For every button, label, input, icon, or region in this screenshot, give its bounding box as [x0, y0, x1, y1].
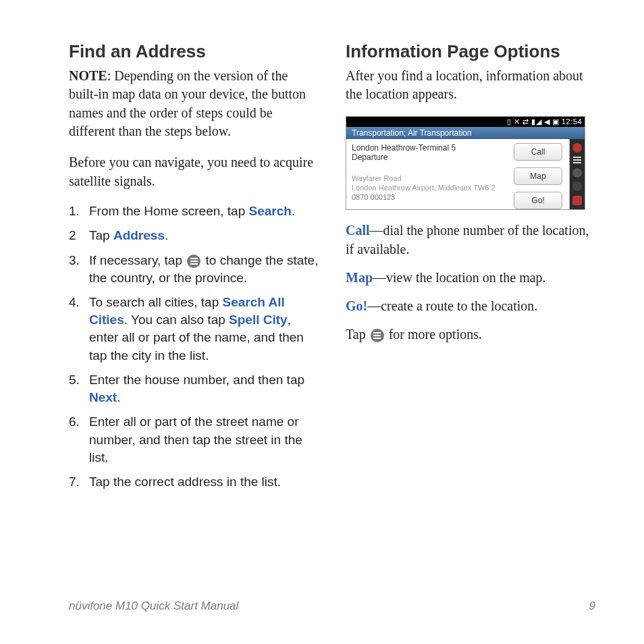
sidebar-windows-icon[interactable] [572, 196, 582, 205]
keyword-search: Search [249, 204, 292, 218]
steps-list: From the Home screen, tap Search. Tap Ad… [69, 203, 319, 491]
intro-paragraph: After you find a location, information a… [346, 67, 595, 104]
keyword-spell-city: Spell City [229, 313, 288, 327]
breadcrumb-bar: Transportation; Air Transportation [346, 127, 585, 139]
step-5: Enter the house number, and then tap Nex… [69, 371, 319, 406]
device-screenshot: ▯ ✕ ⇄ ▮◢ ◀ ▣ 12:54 Transportation; Air T… [346, 116, 585, 210]
step-1: From the Home screen, tap Search. [69, 203, 319, 220]
keyword-next: Next [89, 390, 117, 404]
sidebar-icon-3[interactable] [572, 182, 582, 191]
step-4: To search all cities, tap Search All Cit… [69, 294, 319, 365]
map-button[interactable]: Map [514, 167, 562, 185]
term-go: Go! [346, 298, 367, 313]
status-icons: ▯ ✕ ⇄ ▮◢ ◀ ▣ [507, 117, 562, 126]
step-3: If necessary, tap to change the state, t… [69, 252, 319, 287]
paragraph-satellite: Before you can navigate, you need to acq… [69, 153, 319, 190]
def-map: Map—view the location on the map. [346, 268, 595, 287]
menu-icon [371, 329, 384, 342]
footer-title: nüvifone M10 Quick Start Manual [69, 599, 238, 613]
call-button[interactable]: Call [514, 143, 562, 161]
page-footer: nüvifone M10 Quick Start Manual 9 [69, 599, 595, 613]
note-lead: NOTE [69, 68, 107, 83]
status-bar: ▯ ✕ ⇄ ▮◢ ◀ ▣ 12:54 [346, 117, 585, 127]
status-time: 12:54 [562, 117, 582, 126]
term-call: Call [346, 223, 370, 238]
sidebar-menu-icon[interactable] [573, 157, 581, 163]
footer-page-number: 9 [589, 599, 595, 613]
sidebar-icon-1[interactable] [572, 143, 582, 153]
heading-find-address: Find an Address [69, 42, 319, 61]
side-toolbar [570, 139, 585, 209]
note-paragraph: NOTE: Depending on the version of the bu… [69, 67, 319, 141]
def-call: Call—dial the phone number of the locati… [346, 221, 595, 259]
step-2: Tap Address. [69, 227, 319, 244]
definitions: Call—dial the phone number of the locati… [346, 221, 595, 344]
go-button[interactable]: Go! [514, 192, 562, 209]
sidebar-icon-2[interactable] [572, 168, 582, 178]
keyword-address: Address [113, 228, 165, 242]
tap-more: Tap for more options. [346, 325, 595, 344]
term-map: Map [346, 270, 373, 285]
menu-icon [187, 254, 200, 268]
def-go: Go!—create a route to the location. [346, 296, 595, 315]
step-7: Tap the correct address in the list. [69, 473, 319, 491]
step-6: Enter all or part of the street name or … [69, 413, 319, 466]
heading-info-options: Information Page Options [346, 42, 595, 61]
